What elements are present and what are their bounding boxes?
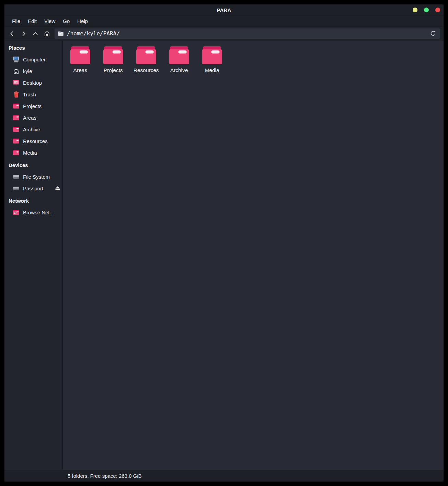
sidebar-item-label: Archive (23, 127, 40, 132)
folder-icon (13, 138, 20, 144)
folder-label: Media (205, 67, 219, 73)
sidebar-item-resources[interactable]: Resources (4, 135, 62, 147)
sidebar-item-trash[interactable]: Trash (4, 88, 62, 100)
file-manager-window: PARA File Edit View Go Help (4, 4, 444, 482)
folder-label: Resources (133, 67, 159, 73)
content-area: Places Computer (4, 40, 444, 470)
menu-go[interactable]: Go (59, 17, 73, 25)
sidebar-item-file-system[interactable]: File System (4, 171, 62, 182)
folder-icon (136, 46, 156, 64)
up-button[interactable] (30, 28, 41, 39)
home-icon (13, 68, 20, 74)
forward-icon (21, 31, 27, 37)
sidebar-item-label: Computer (23, 57, 46, 62)
chevron-up-icon (32, 31, 38, 37)
sidebar-item-computer[interactable]: Computer (4, 54, 62, 65)
titlebar: PARA (4, 4, 444, 16)
sidebar-item-kyle[interactable]: kyle (4, 65, 62, 77)
folder-tile-areas[interactable]: Areas (64, 46, 97, 73)
minimize-button[interactable] (413, 8, 417, 12)
path-bar[interactable]: /home/kyle/PARA/ (55, 28, 440, 39)
eject-icon (55, 186, 60, 191)
sidebar-item-label: kyle (23, 68, 32, 74)
window-controls (413, 4, 440, 15)
sidebar: Places Computer (4, 40, 63, 470)
toolbar: /home/kyle/PARA/ (4, 27, 444, 40)
window-title: PARA (217, 7, 231, 13)
folder-tile-projects[interactable]: Projects (97, 46, 130, 73)
status-text: 5 folders, Free space: 263.0 GiB (68, 473, 142, 479)
sidebar-item-passport[interactable]: Passport (4, 182, 62, 194)
sidebar-section-places: Places (4, 42, 62, 54)
refresh-icon (430, 30, 436, 37)
sidebar-item-label: Passport (23, 186, 43, 191)
network-folder-icon (13, 209, 20, 216)
sidebar-item-label: Trash (23, 92, 36, 97)
folder-icon (202, 46, 222, 64)
menu-view[interactable]: View (40, 17, 59, 25)
back-icon (9, 31, 15, 37)
sidebar-item-browse-network[interactable]: Browse Net... (4, 206, 62, 218)
sidebar-section-network: Network (4, 195, 62, 206)
menu-file[interactable]: File (8, 17, 24, 25)
sidebar-item-archive[interactable]: Archive (4, 123, 62, 135)
folder-icon (13, 103, 20, 109)
sidebar-item-media[interactable]: Media (4, 147, 62, 158)
folder-icon (70, 46, 90, 64)
path-folder-icon (58, 31, 64, 36)
sidebar-section-devices: Devices (4, 159, 62, 171)
folder-tile-resources[interactable]: Resources (130, 46, 163, 73)
folder-label: Projects (104, 67, 123, 73)
home-button[interactable] (41, 28, 53, 39)
harddrive-icon (13, 185, 20, 192)
home-icon (44, 30, 50, 37)
sidebar-item-label: Media (23, 150, 37, 156)
menu-help[interactable]: Help (73, 17, 92, 25)
close-button[interactable] (435, 8, 440, 12)
forward-button[interactable] (18, 28, 30, 39)
folder-tile-archive[interactable]: Archive (163, 46, 196, 73)
folder-view[interactable]: Areas Projects Resources Archive (63, 40, 444, 470)
folder-tile-media[interactable]: Media (196, 46, 228, 73)
menubar: File Edit View Go Help (4, 16, 444, 27)
folder-icon (13, 114, 20, 121)
computer-icon (13, 56, 20, 63)
sidebar-item-label: Projects (23, 103, 42, 109)
maximize-button[interactable] (424, 8, 429, 12)
refresh-button[interactable] (429, 30, 437, 37)
folder-icon (169, 46, 189, 64)
desktop-icon (13, 79, 20, 86)
folder-label: Archive (170, 67, 188, 73)
trash-icon (13, 91, 20, 98)
sidebar-item-desktop[interactable]: Desktop (4, 77, 62, 88)
sidebar-item-label: Resources (23, 138, 48, 144)
sidebar-item-projects[interactable]: Projects (4, 100, 62, 112)
statusbar: 5 folders, Free space: 263.0 GiB (4, 470, 444, 482)
harddrive-icon (13, 173, 20, 180)
path-text[interactable]: /home/kyle/PARA/ (67, 30, 426, 37)
folder-icon (13, 126, 20, 133)
folder-icon (13, 149, 20, 156)
menu-edit[interactable]: Edit (24, 17, 40, 25)
folder-icon (103, 46, 123, 64)
sidebar-item-label: Areas (23, 115, 36, 121)
sidebar-item-areas[interactable]: Areas (4, 112, 62, 123)
sidebar-item-label: Desktop (23, 80, 42, 86)
back-button[interactable] (6, 28, 18, 39)
eject-button[interactable] (54, 185, 61, 192)
sidebar-item-label: File System (23, 174, 50, 180)
sidebar-item-label: Browse Net... (23, 210, 54, 215)
folder-label: Areas (73, 67, 87, 73)
